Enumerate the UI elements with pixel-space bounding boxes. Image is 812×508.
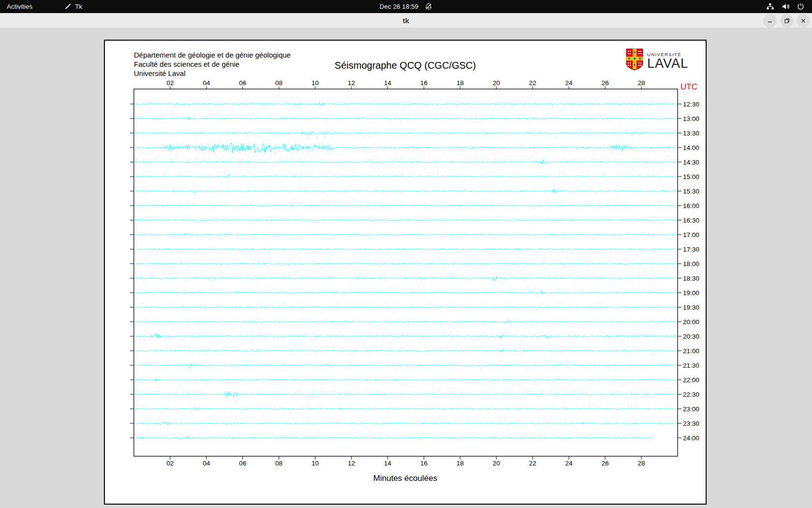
x-tick-label-top: 20 bbox=[493, 79, 500, 87]
x-axis-title: Minutes écoulées bbox=[105, 474, 706, 483]
volume-icon bbox=[782, 3, 790, 10]
x-tick-label-top: 24 bbox=[565, 79, 573, 87]
x-tick-label-top: 06 bbox=[239, 79, 246, 87]
x-tick-label-top: 26 bbox=[601, 79, 609, 87]
seismo-trace bbox=[134, 249, 676, 250]
clock[interactable]: Dec 26 18:59 bbox=[379, 3, 418, 10]
utc-row-label: 20:30 bbox=[683, 333, 699, 340]
x-tick-label-bottom: 02 bbox=[166, 460, 174, 467]
seismo-trace bbox=[134, 290, 676, 294]
seismo-trace bbox=[134, 175, 676, 178]
x-tick-label-top: 28 bbox=[638, 79, 645, 87]
utc-row-label: 13:30 bbox=[683, 130, 699, 137]
x-tick-label-bottom: 24 bbox=[565, 460, 573, 467]
tk-app-menu[interactable]: Tk bbox=[64, 0, 82, 13]
notifications-muted-icon bbox=[425, 3, 433, 10]
system-status-area[interactable] bbox=[766, 0, 812, 13]
utc-row-label: 19:00 bbox=[683, 289, 699, 297]
seismo-trace bbox=[134, 349, 676, 352]
utc-row-label: 18:30 bbox=[683, 275, 699, 282]
seismo-trace bbox=[134, 143, 676, 153]
x-tick-label-bottom: 20 bbox=[493, 460, 500, 467]
x-tick-label-bottom: 12 bbox=[348, 460, 355, 467]
x-tick-label-top: 02 bbox=[166, 79, 174, 87]
seismo-trace bbox=[134, 379, 676, 381]
utc-row-label: 24:00 bbox=[683, 434, 699, 442]
x-tick-label-bottom: 18 bbox=[456, 460, 464, 467]
seismogram-plot: 0202040406060808101012121414161618182020… bbox=[105, 41, 706, 504]
utc-row-label: 16:00 bbox=[683, 202, 699, 209]
utc-row-label: 19:30 bbox=[683, 304, 699, 311]
seismo-trace bbox=[134, 436, 652, 439]
x-tick-label-bottom: 14 bbox=[384, 460, 392, 467]
utc-row-label: 13:00 bbox=[683, 115, 699, 122]
utc-row-label: 14:30 bbox=[683, 159, 699, 166]
utc-row-label: 15:00 bbox=[683, 173, 699, 180]
seismo-trace bbox=[134, 205, 676, 207]
activities-button[interactable]: Activities bbox=[0, 0, 39, 13]
utc-row-label: 16:30 bbox=[683, 217, 699, 224]
x-tick-label-bottom: 08 bbox=[275, 460, 282, 467]
utc-row-label: 21:00 bbox=[683, 347, 699, 355]
x-tick-label-bottom: 28 bbox=[638, 460, 645, 467]
x-tick-label-bottom: 04 bbox=[203, 460, 210, 467]
utc-row-label: 22:00 bbox=[683, 376, 699, 384]
seismo-trace bbox=[134, 117, 676, 120]
utc-row-label: 17:30 bbox=[683, 246, 699, 253]
utc-row-label: 21:30 bbox=[683, 362, 699, 369]
seismo-trace bbox=[134, 408, 676, 410]
utc-row-label: 12:30 bbox=[683, 101, 699, 108]
x-tick-label-top: 08 bbox=[275, 79, 282, 87]
minimize-button[interactable] bbox=[763, 14, 777, 28]
x-tick-label-top: 18 bbox=[456, 79, 464, 87]
seismo-trace bbox=[134, 422, 676, 425]
utc-row-label: 20:00 bbox=[683, 318, 699, 326]
seismo-trace bbox=[134, 392, 676, 397]
seismo-trace bbox=[134, 364, 676, 367]
x-tick-label-top: 10 bbox=[311, 79, 319, 87]
seismo-trace bbox=[134, 263, 676, 265]
window-titlebar[interactable]: tk bbox=[0, 13, 812, 28]
maximize-button[interactable] bbox=[780, 14, 794, 28]
x-tick-label-bottom: 22 bbox=[529, 460, 536, 467]
x-tick-label-top: 16 bbox=[420, 79, 427, 87]
utc-row-label: 17:00 bbox=[683, 231, 699, 239]
seismo-trace bbox=[134, 334, 676, 339]
seismo-trace bbox=[134, 307, 676, 308]
seismo-trace bbox=[134, 103, 676, 105]
window-title: tk bbox=[0, 13, 812, 28]
x-tick-label-top: 14 bbox=[384, 79, 392, 87]
x-tick-label-bottom: 10 bbox=[311, 460, 319, 467]
tk-window-content: Département de géologie et de génie géol… bbox=[0, 28, 812, 508]
tk-app-icon bbox=[64, 3, 72, 10]
power-icon bbox=[797, 3, 804, 10]
seismograph-canvas: Département de géologie et de génie géol… bbox=[104, 40, 707, 505]
plot-border bbox=[134, 89, 678, 456]
utc-row-label: 23:30 bbox=[683, 420, 699, 427]
close-button[interactable] bbox=[797, 14, 810, 28]
os-top-bar: Activities Tk Dec 26 18:59 bbox=[0, 0, 812, 13]
x-tick-label-bottom: 16 bbox=[420, 460, 427, 467]
seismo-trace bbox=[134, 160, 676, 164]
x-tick-label-top: 12 bbox=[348, 79, 355, 87]
x-tick-label-top: 22 bbox=[529, 79, 536, 87]
utc-row-label: 18:00 bbox=[683, 260, 699, 268]
utc-row-label: 15:30 bbox=[683, 188, 699, 195]
network-icon bbox=[766, 3, 774, 10]
seismo-trace bbox=[134, 233, 676, 235]
seismo-trace bbox=[134, 276, 676, 281]
x-tick-label-bottom: 26 bbox=[601, 460, 609, 467]
seismo-trace bbox=[134, 320, 676, 323]
seismo-trace bbox=[134, 220, 676, 221]
seismo-trace bbox=[134, 132, 676, 135]
x-tick-label-top: 04 bbox=[203, 79, 210, 87]
tk-app-menu-label: Tk bbox=[75, 3, 82, 10]
x-tick-label-bottom: 06 bbox=[239, 460, 246, 467]
utc-row-label: 22:30 bbox=[683, 391, 699, 398]
seismo-trace bbox=[134, 189, 676, 193]
utc-row-label: 23:00 bbox=[683, 405, 699, 413]
utc-row-label: 14:00 bbox=[683, 144, 699, 151]
